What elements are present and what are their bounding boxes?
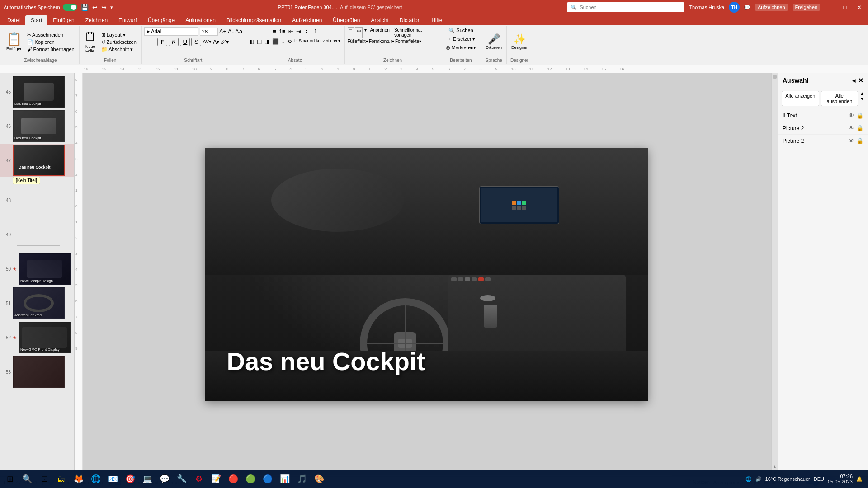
ausschneiden-btn[interactable]: ✂ Ausschneiden — [25, 32, 76, 38]
formeffekte-btn[interactable]: Formeffekte▾ — [395, 39, 421, 44]
tab-entwurf[interactable]: Entwurf — [113, 15, 142, 25]
lock-icon-pic2a[interactable]: 🔒 — [856, 125, 863, 131]
slide-item-51[interactable]: 51 Ashtech Lenkrad — [0, 286, 74, 320]
scrollbar-thumb-v[interactable] — [773, 75, 777, 79]
autosave-toggle[interactable] — [63, 4, 77, 11]
panel-close-btn[interactable]: ✕ — [858, 77, 863, 84]
visibility-icon-pic2a[interactable]: 👁 — [849, 125, 854, 131]
undo-icon[interactable]: ↩ — [92, 4, 98, 11]
save-icon[interactable]: 💾 — [81, 4, 89, 11]
visibility-icon-text[interactable]: 👁 — [849, 112, 854, 119]
suchen-btn[interactable]: 🔍 Suchen — [447, 27, 475, 34]
taskbar-firefox[interactable]: 🦊 — [71, 471, 87, 487]
layout-btn[interactable]: ⊞ Layout ▾ — [99, 32, 138, 38]
font-family-selector[interactable]: ▸ Arial — [144, 27, 198, 36]
start-btn[interactable]: ⊞ — [2, 471, 18, 487]
formkontur-btn[interactable]: Formkontur▾ — [369, 39, 394, 44]
einfuegen-btn[interactable]: 📋 Einfügen — [5, 32, 24, 52]
align-right-btn[interactable]: ◨ — [264, 38, 270, 46]
slide-item-49[interactable]: 49 — [0, 218, 74, 251]
taskbar-app3[interactable]: ⚙ — [191, 471, 207, 487]
italic-btn[interactable]: K — [169, 38, 179, 46]
close-btn[interactable]: ✕ — [854, 3, 864, 12]
bullet-list-btn[interactable]: ≡ — [272, 27, 277, 36]
tab-aufzeichnen[interactable]: Aufzeichnen — [287, 15, 327, 25]
font-size-selector[interactable]: 28 — [200, 28, 218, 36]
align-left-btn[interactable]: ◧ — [248, 38, 255, 46]
slide-item-45[interactable]: 45 Das neu Cockpit — [0, 75, 74, 108]
maximize-btn[interactable]: □ — [840, 3, 849, 12]
slide-main-text[interactable]: Das neu Cockpit — [227, 347, 425, 376]
panel-item-picture2b[interactable]: Picture 2 👁 🔒 — [778, 135, 868, 147]
tab-zeichnen[interactable]: Zeichnen — [80, 15, 113, 25]
fuelleffekt-btn[interactable]: Fülleffekt▾ — [348, 39, 368, 44]
redo-icon[interactable]: ↪ — [101, 4, 107, 11]
volume-icon[interactable]: 🔊 — [755, 476, 762, 482]
numbered-list-btn[interactable]: 1≡ — [278, 27, 287, 36]
present-icon[interactable]: Aufzeichnen — [755, 4, 788, 11]
bold-btn[interactable]: F — [157, 38, 167, 46]
search-box[interactable]: 🔍 — [567, 2, 684, 12]
columns-btn[interactable]: ⫿ — [313, 27, 318, 36]
taskbar-app6[interactable]: 🔵 — [259, 471, 276, 487]
smartart-convert-btn[interactable]: In SmartArt konvertieren▾ — [293, 38, 342, 46]
lock-icon-text[interactable]: 🔒 — [856, 112, 863, 119]
show-all-btn[interactable]: Alle anzeigen — [782, 91, 819, 106]
font-decrease-btn[interactable]: A- — [228, 28, 234, 35]
taskbar-search[interactable]: 🔍 — [19, 471, 35, 487]
taskbar-outlook[interactable]: 📧 — [105, 471, 121, 487]
more-icon[interactable]: ▾ — [110, 5, 113, 10]
taskbar-powerpoint[interactable]: 🎯 — [122, 471, 138, 487]
slide-item-48[interactable]: 48 — [0, 183, 74, 217]
font-color-btn[interactable]: A▾ — [213, 39, 219, 45]
font-case-btn[interactable]: Aa — [235, 28, 242, 35]
slide-item-46[interactable]: 46 Das neu Cockpit — [0, 109, 74, 143]
abschnitt-btn[interactable]: 📁 Abschnitt ▾ — [99, 46, 138, 53]
line-spacing-btn[interactable]: ↕ — [281, 38, 285, 46]
notifications-btn[interactable]: 🔔 — [856, 476, 863, 482]
tab-start[interactable]: Start — [25, 15, 47, 25]
user-avatar[interactable]: TH — [729, 2, 740, 13]
ersetzen-btn[interactable]: ↔ Ersetzen▾ — [445, 36, 477, 42]
tab-einfuegen[interactable]: Einfügen — [47, 15, 80, 25]
sort-up-btn[interactable]: ▲ — [860, 91, 864, 96]
taskbar-teams[interactable]: 💬 — [156, 471, 173, 487]
markieren-btn[interactable]: ◎ Markieren▾ — [444, 44, 478, 51]
rounded-rect-btn[interactable]: ▭ — [355, 27, 363, 38]
taskbar-app7[interactable]: 🎵 — [294, 471, 310, 487]
scroll-up-btn[interactable]: ▲ — [772, 464, 778, 469]
smartart-btn[interactable]: ⋮≡ — [303, 27, 312, 36]
tab-hilfe[interactable]: Hilfe — [426, 15, 448, 25]
canvas-scrollbar-v[interactable]: ▲ ▼ — [771, 73, 778, 476]
tab-ansicht[interactable]: Ansicht — [365, 15, 394, 25]
spacing-btn[interactable]: AV▾ — [203, 39, 212, 45]
shapes-more-btn[interactable]: ▾ — [363, 27, 368, 38]
format-btn[interactable]: 🖌 Format übertragen — [25, 46, 76, 52]
rect-shape-btn[interactable]: □ — [348, 27, 354, 38]
lock-icon-pic2b[interactable]: 🔒 — [856, 137, 863, 144]
diktieren-btn[interactable]: 🎤 Diktieren — [484, 33, 504, 51]
comment-icon[interactable]: 💬 — [744, 5, 750, 10]
slide-canvas[interactable]: Das neu Cockpit — [205, 148, 648, 401]
taskbar-app4[interactable]: 🔴 — [225, 471, 241, 487]
panel-collapse-btn[interactable]: ◂ — [852, 77, 855, 84]
taskbar-app5[interactable]: 🟢 — [242, 471, 259, 487]
tab-datei[interactable]: Datei — [2, 15, 25, 25]
tab-praesentation[interactable]: Bildschirmpräsentation — [221, 15, 287, 25]
designer-btn[interactable]: ✨ Designer — [509, 33, 529, 51]
align-center-btn[interactable]: ◫ — [256, 38, 263, 46]
indent-left-btn[interactable]: ⇤ — [288, 27, 294, 36]
taskbar-excel[interactable]: 📊 — [277, 471, 293, 487]
share-icon[interactable]: Freigeben — [793, 4, 821, 11]
zuruecksetzen-btn[interactable]: ↺ Zurücksetzen — [99, 39, 138, 46]
hide-all-btn[interactable]: Alle ausblenden — [821, 91, 859, 106]
neue-folie-btn[interactable]: 🗒 NeueFolie — [82, 30, 99, 54]
text-direction-btn[interactable]: ⟲ — [286, 38, 292, 46]
indent-right-btn[interactable]: ⇥ — [295, 27, 302, 36]
tab-dictation[interactable]: Dictation — [394, 15, 426, 25]
taskbar-chrome[interactable]: 🌐 — [88, 471, 104, 487]
taskbar-app8[interactable]: 🎨 — [311, 471, 327, 487]
tab-ueberpruefen[interactable]: Überprüfen — [327, 15, 365, 25]
highlight-btn[interactable]: 🖊▾ — [221, 39, 229, 45]
taskbar-taskview[interactable]: ⊡ — [36, 471, 52, 487]
